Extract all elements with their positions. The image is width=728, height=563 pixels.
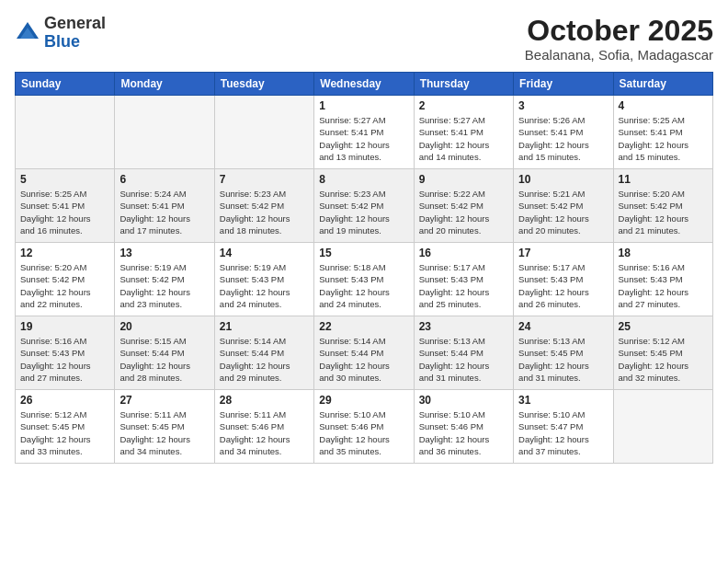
day-number: 16 [419,247,508,259]
page-container: General Blue October 2025 Bealanana, Sof… [0,0,728,563]
calendar-day-12: 12Sunrise: 5:20 AMSunset: 5:42 PMDayligh… [16,243,115,316]
calendar-day-25: 25Sunrise: 5:12 AMSunset: 5:45 PMDayligh… [613,316,712,390]
calendar-day-20: 20Sunrise: 5:15 AMSunset: 5:44 PMDayligh… [115,316,214,390]
day-number: 1 [319,99,408,112]
day-info: Sunrise: 5:20 AMSunset: 5:42 PMDaylight:… [619,188,708,236]
day-number: 15 [319,247,408,259]
calendar-day-27: 27Sunrise: 5:11 AMSunset: 5:45 PMDayligh… [115,390,214,464]
calendar-weekday-tuesday: Tuesday [214,73,313,96]
calendar-day-7: 7Sunrise: 5:23 AMSunset: 5:42 PMDaylight… [214,169,313,243]
calendar-day-11: 11Sunrise: 5:20 AMSunset: 5:42 PMDayligh… [613,169,712,243]
calendar-week-row: 1Sunrise: 5:27 AMSunset: 5:41 PMDaylight… [16,96,713,169]
day-number: 2 [419,99,508,112]
day-info: Sunrise: 5:14 AMSunset: 5:44 PMDaylight:… [319,335,408,384]
calendar-weekday-saturday: Saturday [613,73,712,96]
day-number: 13 [119,247,209,259]
day-number: 9 [419,173,508,186]
logo-blue-text: Blue [44,32,80,51]
day-number: 17 [518,247,608,259]
calendar-day-28: 28Sunrise: 5:11 AMSunset: 5:46 PMDayligh… [214,390,313,464]
calendar-weekday-sunday: Sunday [16,73,115,96]
calendar-empty-cell [115,96,214,169]
calendar-day-8: 8Sunrise: 5:23 AMSunset: 5:42 PMDaylight… [314,169,414,243]
day-number: 26 [20,394,109,407]
day-info: Sunrise: 5:10 AMSunset: 5:46 PMDaylight:… [419,408,508,457]
month-title: October 2025 [525,15,713,47]
calendar-week-row: 19Sunrise: 5:16 AMSunset: 5:43 PMDayligh… [16,316,713,390]
day-number: 12 [20,247,109,259]
calendar-day-16: 16Sunrise: 5:17 AMSunset: 5:43 PMDayligh… [414,243,513,316]
day-number: 23 [419,320,508,333]
calendar-weekday-friday: Friday [514,73,613,96]
day-info: Sunrise: 5:11 AMSunset: 5:46 PMDaylight:… [220,408,309,457]
day-info: Sunrise: 5:16 AMSunset: 5:43 PMDaylight:… [619,261,708,310]
calendar-day-1: 1Sunrise: 5:27 AMSunset: 5:41 PMDaylight… [314,96,414,169]
day-info: Sunrise: 5:27 AMSunset: 5:41 PMDaylight:… [419,114,508,163]
logo-icon [15,20,40,46]
day-number: 25 [619,320,708,333]
calendar-day-18: 18Sunrise: 5:16 AMSunset: 5:43 PMDayligh… [613,243,712,316]
calendar-week-row: 12Sunrise: 5:20 AMSunset: 5:42 PMDayligh… [16,243,713,316]
day-number: 14 [220,247,309,259]
day-info: Sunrise: 5:16 AMSunset: 5:43 PMDaylight:… [20,335,109,384]
day-number: 18 [619,247,708,259]
day-info: Sunrise: 5:19 AMSunset: 5:42 PMDaylight:… [119,261,209,310]
calendar-day-15: 15Sunrise: 5:18 AMSunset: 5:43 PMDayligh… [314,243,414,316]
calendar-day-21: 21Sunrise: 5:14 AMSunset: 5:44 PMDayligh… [214,316,313,390]
day-number: 21 [220,320,309,333]
calendar-day-19: 19Sunrise: 5:16 AMSunset: 5:43 PMDayligh… [16,316,115,390]
day-info: Sunrise: 5:12 AMSunset: 5:45 PMDaylight:… [20,408,109,457]
day-info: Sunrise: 5:24 AMSunset: 5:41 PMDaylight:… [119,188,209,236]
day-info: Sunrise: 5:26 AMSunset: 5:41 PMDaylight:… [518,114,608,163]
calendar-table: SundayMondayTuesdayWednesdayThursdayFrid… [15,72,713,464]
calendar-day-23: 23Sunrise: 5:13 AMSunset: 5:44 PMDayligh… [414,316,513,390]
day-info: Sunrise: 5:10 AMSunset: 5:47 PMDaylight:… [518,408,608,457]
calendar-day-26: 26Sunrise: 5:12 AMSunset: 5:45 PMDayligh… [16,390,115,464]
day-info: Sunrise: 5:10 AMSunset: 5:46 PMDaylight:… [319,408,408,457]
calendar-day-2: 2Sunrise: 5:27 AMSunset: 5:41 PMDaylight… [414,96,513,169]
day-info: Sunrise: 5:23 AMSunset: 5:42 PMDaylight:… [319,188,408,236]
day-number: 7 [220,173,309,186]
calendar-day-5: 5Sunrise: 5:25 AMSunset: 5:41 PMDaylight… [16,169,115,243]
day-number: 29 [319,394,408,407]
day-number: 5 [20,173,109,186]
calendar-day-14: 14Sunrise: 5:19 AMSunset: 5:43 PMDayligh… [214,243,313,316]
day-info: Sunrise: 5:11 AMSunset: 5:45 PMDaylight:… [119,408,209,457]
calendar-weekday-thursday: Thursday [414,73,513,96]
logo: General Blue [15,15,106,52]
day-info: Sunrise: 5:20 AMSunset: 5:42 PMDaylight:… [20,261,109,310]
day-info: Sunrise: 5:19 AMSunset: 5:43 PMDaylight:… [220,261,309,310]
day-info: Sunrise: 5:22 AMSunset: 5:42 PMDaylight:… [419,188,508,236]
calendar-day-10: 10Sunrise: 5:21 AMSunset: 5:42 PMDayligh… [514,169,613,243]
calendar-day-4: 4Sunrise: 5:25 AMSunset: 5:41 PMDaylight… [613,96,712,169]
day-info: Sunrise: 5:13 AMSunset: 5:44 PMDaylight:… [419,335,508,384]
day-number: 22 [319,320,408,333]
page-header: General Blue October 2025 Bealanana, Sof… [15,15,713,63]
day-number: 11 [619,173,708,186]
day-info: Sunrise: 5:23 AMSunset: 5:42 PMDaylight:… [220,188,309,236]
calendar-day-3: 3Sunrise: 5:26 AMSunset: 5:41 PMDaylight… [514,96,613,169]
calendar-day-6: 6Sunrise: 5:24 AMSunset: 5:41 PMDaylight… [115,169,214,243]
day-number: 30 [419,394,508,407]
calendar-day-30: 30Sunrise: 5:10 AMSunset: 5:46 PMDayligh… [414,390,513,464]
day-number: 6 [119,173,209,186]
day-info: Sunrise: 5:17 AMSunset: 5:43 PMDaylight:… [518,261,608,310]
day-number: 28 [220,394,309,407]
day-number: 19 [20,320,109,333]
calendar-week-row: 5Sunrise: 5:25 AMSunset: 5:41 PMDaylight… [16,169,713,243]
day-info: Sunrise: 5:21 AMSunset: 5:42 PMDaylight:… [518,188,608,236]
calendar-day-29: 29Sunrise: 5:10 AMSunset: 5:46 PMDayligh… [314,390,414,464]
day-info: Sunrise: 5:15 AMSunset: 5:44 PMDaylight:… [119,335,209,384]
day-info: Sunrise: 5:14 AMSunset: 5:44 PMDaylight:… [220,335,309,384]
day-number: 8 [319,173,408,186]
calendar-day-9: 9Sunrise: 5:22 AMSunset: 5:42 PMDaylight… [414,169,513,243]
day-info: Sunrise: 5:27 AMSunset: 5:41 PMDaylight:… [319,114,408,163]
day-info: Sunrise: 5:18 AMSunset: 5:43 PMDaylight:… [319,261,408,310]
location-subtitle: Bealanana, Sofia, Madagascar [525,47,713,63]
day-number: 27 [119,394,209,407]
calendar-day-13: 13Sunrise: 5:19 AMSunset: 5:42 PMDayligh… [115,243,214,316]
calendar-day-31: 31Sunrise: 5:10 AMSunset: 5:47 PMDayligh… [514,390,613,464]
calendar-header-row: SundayMondayTuesdayWednesdayThursdayFrid… [16,73,713,96]
day-number: 4 [619,99,708,112]
calendar-empty-cell [16,96,115,169]
